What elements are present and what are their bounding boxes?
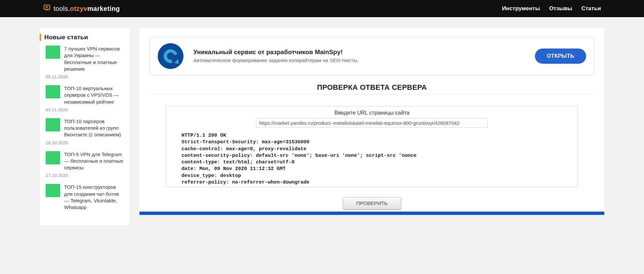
nav-link-articles[interactable]: Статьи (582, 5, 601, 12)
promo-title: Уникальный сервис от разработчиков MainS… (193, 49, 525, 56)
top-bar: tools.otzyvmarketing Инструменты Отзывы … (0, 0, 644, 17)
promo-subtitle: Автоматическое формирование задания копи… (193, 57, 525, 64)
page-title: ПРОВЕРКА ОТВЕТА СЕРВЕРА (149, 83, 594, 92)
article-date: 05.11.2020 (46, 74, 124, 79)
check-button[interactable]: ПРОВЕРИТЬ (343, 197, 401, 210)
article-date: 03.11.2020 (46, 107, 124, 112)
article-date: 27.10.2020 (46, 173, 124, 178)
sidebar: Новые статьи 7 лучших VPN сервисов для У… (40, 28, 130, 225)
bottom-blue-bar (140, 212, 604, 215)
promo-logo-icon (158, 43, 183, 69)
svg-rect-0 (44, 5, 50, 9)
article-title: 7 лучших VPN сервисов для Украины — бесп… (64, 46, 124, 72)
tool-panel: Введите URL страницы сайта HTTP/1.1 200 … (166, 106, 578, 187)
list-item[interactable]: ТОП-15 конструкторов для создания чат-бо… (46, 184, 124, 213)
list-item[interactable]: ТОП-5 VPN для Telegram — бесплатные и пл… (46, 151, 124, 178)
list-item[interactable]: ТОП-10 виртуальных серверов с VPS/VDS — … (46, 85, 124, 112)
chat-icon (43, 4, 51, 14)
brand-text: tools.otzyvmarketing (54, 5, 120, 13)
list-item[interactable]: ТОП-10 парсеров пользователей из групп В… (46, 118, 124, 145)
sidebar-title: Новые статьи (40, 34, 124, 41)
article-thumb-icon (46, 85, 60, 98)
promo-banner: Уникальный сервис от разработчиков MainS… (149, 37, 594, 75)
article-date: 29.10.2020 (46, 140, 124, 145)
article-thumb-icon (46, 151, 60, 164)
nav-link-tools[interactable]: Инструменты (502, 5, 540, 12)
server-response-output[interactable]: HTTP/1.1 200 OK Strict-Transport-Securit… (172, 132, 572, 187)
url-input-label: Введите URL страницы сайта (172, 110, 572, 116)
article-title: ТОП-5 VPN для Telegram — бесплатные и пл… (64, 151, 124, 171)
article-thumb-icon (46, 118, 60, 131)
brand[interactable]: tools.otzyvmarketing (43, 4, 120, 14)
promo-open-button[interactable]: ОТКРЫТЬ (535, 49, 586, 64)
main-content: Уникальный сервис от разработчиков MainS… (140, 28, 604, 215)
article-thumb-icon (46, 46, 60, 59)
main-nav: Инструменты Отзывы Статьи (502, 5, 601, 12)
article-thumb-icon (46, 184, 60, 197)
article-title: ТОП-15 конструкторов для создания чат-бо… (64, 184, 124, 211)
article-title: ТОП-10 парсеров пользователей из групп В… (64, 118, 124, 138)
divider (149, 94, 594, 95)
nav-link-reviews[interactable]: Отзывы (549, 5, 572, 12)
list-item[interactable]: 7 лучших VPN сервисов для Украины — бесп… (46, 46, 124, 79)
url-input[interactable] (256, 118, 488, 128)
article-title: ТОП-10 виртуальных серверов с VPS/VDS — … (64, 85, 124, 105)
